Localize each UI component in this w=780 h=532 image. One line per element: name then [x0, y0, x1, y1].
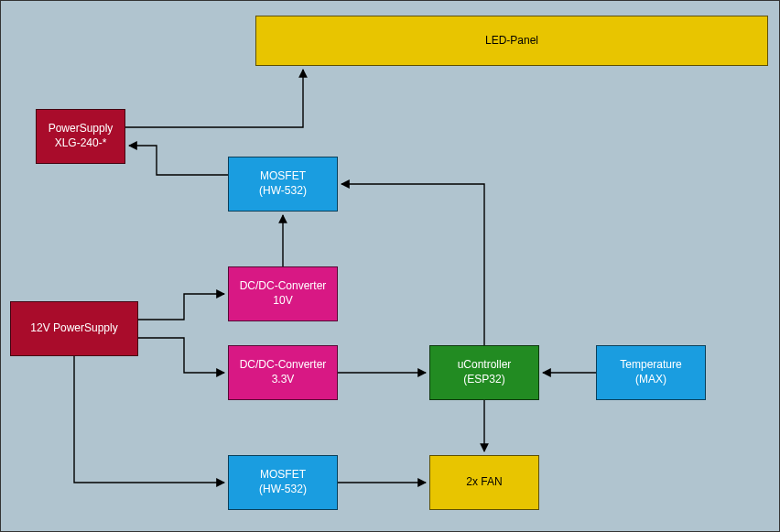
label-line2: 10V	[273, 294, 292, 309]
label-line2: (ESP32)	[463, 373, 504, 387]
block-dcdc-33v: DC/DC-Converter 3.3V	[228, 345, 338, 400]
label-line2: (MAX)	[635, 373, 666, 387]
block-psu-xlg: PowerSupply XLG-240-*	[36, 109, 125, 164]
block-led-panel: LED-Panel	[255, 16, 768, 66]
diagram-canvas: LED-Panel PowerSupply XLG-240-* MOSFET (…	[0, 0, 780, 532]
block-ucontroller: uController (ESP32)	[429, 345, 539, 400]
label: 12V PowerSupply	[30, 321, 117, 336]
arrows-layer	[1, 1, 780, 532]
label-line1: DC/DC-Converter	[240, 279, 327, 294]
label-line1: PowerSupply	[49, 122, 114, 136]
label-line2: XLG-240-*	[55, 136, 107, 151]
block-mosfet-2: MOSFET (HW-532)	[228, 455, 338, 510]
block-psu-12v: 12V PowerSupply	[10, 301, 138, 356]
block-fan: 2x FAN	[429, 455, 539, 510]
block-mosfet-1: MOSFET (HW-532)	[228, 157, 338, 212]
label-line2: 3.3V	[272, 373, 295, 387]
label-line1: DC/DC-Converter	[240, 358, 327, 373]
label: LED-Panel	[485, 34, 538, 49]
label-line2: (HW-532)	[259, 483, 307, 497]
label-line2: (HW-532)	[259, 184, 307, 199]
label-line1: MOSFET	[260, 169, 306, 184]
block-temperature: Temperature (MAX)	[596, 345, 706, 400]
block-dcdc-10v: DC/DC-Converter 10V	[228, 266, 338, 321]
label: 2x FAN	[466, 475, 502, 490]
label-line1: Temperature	[620, 358, 681, 373]
label-line1: uController	[458, 358, 512, 373]
label-line1: MOSFET	[260, 468, 306, 483]
